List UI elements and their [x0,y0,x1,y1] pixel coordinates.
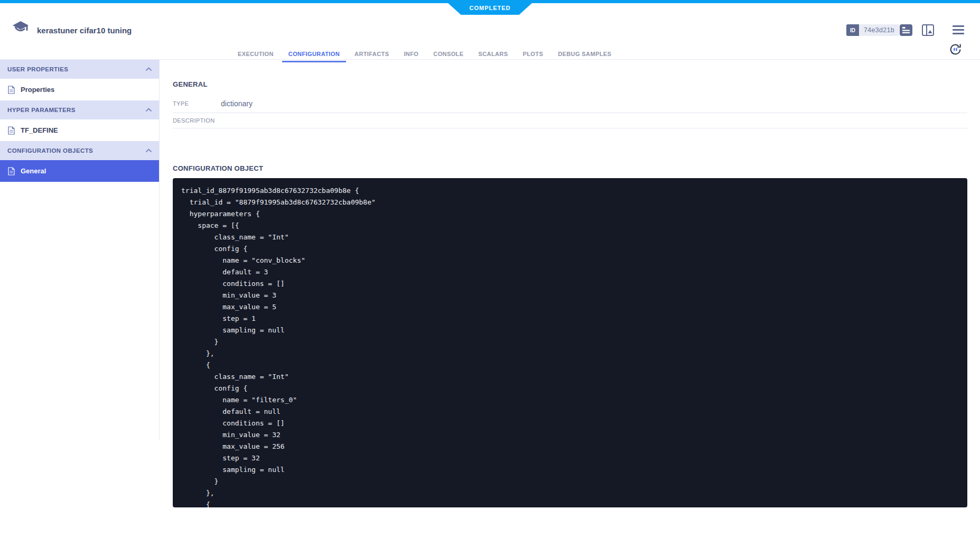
description-row: DESCRIPTION [173,113,967,128]
chevron-up-icon [145,67,152,71]
sidebar-item-properties[interactable]: Properties [0,79,159,100]
document-icon [8,167,15,175]
sidebar-item-label: Properties [21,86,54,94]
hamburger-menu-icon[interactable] [953,25,964,34]
chevron-up-icon [145,108,152,112]
section-title: CONFIGURATION OBJECTS [7,147,93,154]
configuration-object-code-panel[interactable]: trial_id_8879f91995ab3d8c67632732cba09b8… [173,178,967,507]
section-user-properties[interactable]: USER PROPERTIES [0,60,159,79]
section-title: HYPER PARAMETERS [7,107,76,113]
type-label: TYPE [173,100,221,107]
configuration-code: trial_id_8879f91995ab3d8c67632732cba09b8… [181,185,959,507]
configuration-object-heading: CONFIGURATION OBJECT [173,164,967,172]
sidebar-item-general[interactable]: General [0,160,159,182]
type-row: TYPE dictionary [173,95,967,113]
id-value: 74e3d21b [859,24,899,36]
experiment-title: kerastuner cifar10 tuning [37,26,132,35]
details-view-icon[interactable] [900,24,912,36]
auto-refresh-icon[interactable] [949,43,962,56]
sidebar-item-label: General [21,167,46,175]
document-icon [8,86,15,94]
sidebar-item-tf-define[interactable]: TF_DEFINE [0,119,159,141]
section-title: USER PROPERTIES [7,66,68,72]
chevron-up-icon [145,149,152,153]
sidebar-item-label: TF_DEFINE [21,126,58,134]
experiment-id-chip[interactable]: ID 74e3d21b [846,24,899,36]
general-heading: GENERAL [173,80,967,88]
section-configuration-objects[interactable]: CONFIGURATION OBJECTS [0,141,159,160]
description-label: DESCRIPTION [173,117,221,124]
app-logo-icon [13,21,29,36]
configuration-sidebar: USER PROPERTIES Properties HYPER PARAMET… [0,60,160,440]
split-view-icon[interactable] [922,24,934,36]
type-value: dictionary [221,99,253,108]
section-hyper-parameters[interactable]: HYPER PARAMETERS [0,100,159,119]
id-label: ID [846,24,859,36]
document-icon [8,126,15,135]
main-content: GENERAL TYPE dictionary DESCRIPTION CONF… [173,60,967,507]
